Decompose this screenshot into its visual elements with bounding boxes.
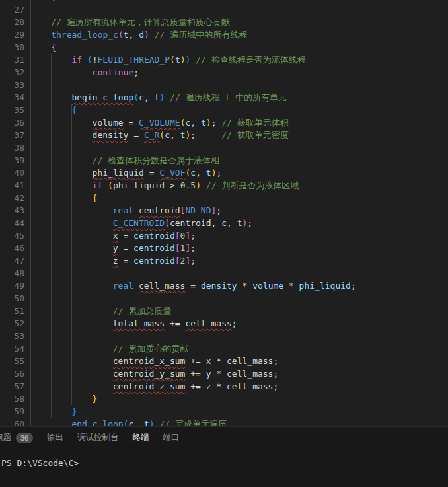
code-line: 42{ [0, 192, 448, 204]
code-token: ) [149, 419, 155, 426]
code-token: ; [133, 67, 139, 77]
code-token: // 遍历域中的所有线程 [155, 30, 247, 40]
code-token [201, 180, 206, 190]
code-token: cell_mass [227, 356, 273, 366]
line-number: 59 [0, 405, 30, 418]
code-token: centroid [133, 231, 175, 241]
code-token: if [93, 180, 103, 190]
code-token: y [206, 369, 211, 379]
code-token: ; [273, 381, 278, 391]
code-token: centroid [133, 243, 175, 253]
tab-debug-console[interactable]: 调试控制台 [77, 427, 119, 449]
code-lines: 26{2728// 遍历所有流体单元，计算总质量和质心贡献29thread_lo… [0, 0, 448, 426]
code-token: // 完成单元遍历 [159, 419, 226, 426]
code-line: 54// 累加质心的贡献 [0, 342, 448, 355]
tab-ports[interactable]: 端口 [163, 427, 180, 449]
code-token: // 检查线程是否为流体线程 [196, 55, 305, 65]
code-token: ( [165, 218, 170, 228]
tab-label: 问题 [0, 432, 11, 443]
code-token: * [211, 381, 227, 391]
line-number: 30 [0, 41, 30, 54]
code-line: 59} [0, 405, 448, 418]
line-number: 57 [0, 380, 30, 393]
code-line: 34begin_c_loop(c, t) // 遍历线程 t 中的所有单元 [0, 91, 448, 104]
line-number: 41 [0, 179, 30, 192]
line-number: 36 [0, 116, 30, 129]
code-line: 38 [0, 141, 448, 154]
code-token: C_VOLUME [139, 118, 180, 128]
line-number: 49 [0, 280, 30, 292]
code-line: 46y = centroid[1]; [0, 242, 448, 254]
code-editor[interactable]: 26{2728// 遍历所有流体单元，计算总质量和质心贡献29thread_lo… [0, 0, 448, 426]
tab-label: 输出 [47, 432, 63, 443]
code-token: [ [175, 243, 180, 253]
line-number: 38 [0, 141, 30, 154]
code-token: , [190, 118, 201, 128]
line-number: 29 [0, 28, 30, 41]
code-token: ; [232, 318, 237, 328]
code-token: phi_liquid [93, 168, 144, 178]
code-token: centroid [170, 218, 211, 228]
code-token: , [227, 218, 237, 228]
code-token: ND_ND [185, 206, 211, 215]
code-line: 53 [0, 330, 448, 342]
code-token: } [93, 394, 98, 404]
code-token: z [113, 256, 118, 266]
code-token: ; [273, 369, 278, 379]
code-line: 36volume = C_VOLUME(c, t); // 获取单元体积 [0, 116, 448, 129]
line-number: 56 [0, 367, 30, 380]
code-token: C_R [144, 130, 159, 140]
code-token: ( [170, 55, 175, 65]
tab-label: 终端 [133, 432, 149, 443]
line-number: 39 [0, 154, 30, 167]
tab-output[interactable]: 输出 [47, 427, 63, 449]
line-number: 32 [0, 66, 30, 79]
line-number: 37 [0, 129, 30, 141]
code-line: 27 [0, 3, 448, 16]
line-number: 48 [0, 267, 30, 280]
code-token [102, 180, 108, 190]
code-token: ( [133, 93, 139, 102]
code-token: += [165, 318, 185, 328]
code-token: ) [144, 30, 149, 40]
code-token [165, 93, 170, 102]
line-number: 54 [0, 342, 30, 355]
code-token: // 获取单元密度 [221, 130, 288, 140]
line-number: 28 [0, 16, 30, 28]
code-token: centroid_z_sum [113, 381, 186, 391]
terminal-prompt[interactable]: PS D:\VScode\C> [0, 457, 448, 469]
code-token: += [185, 369, 205, 379]
code-token: ; [190, 256, 196, 266]
line-number: 44 [0, 217, 30, 229]
code-token: , [133, 419, 144, 426]
line-number: 33 [0, 79, 30, 91]
code-token: density [93, 130, 129, 140]
code-line: 50 [0, 292, 448, 305]
code-token: ; [190, 130, 221, 140]
tab-problems[interactable]: 问题36 [0, 427, 33, 449]
code-token: t [124, 30, 129, 40]
code-token: ! [93, 55, 98, 65]
code-line: 31if (!FLUID_THREAD_P(t)) // 检查线程是否为流体线程 [0, 54, 448, 66]
code-token: * [283, 281, 299, 291]
code-line: 45x = centroid[0]; [0, 229, 448, 242]
code-line: 48 [0, 267, 448, 280]
code-token: c [221, 218, 227, 228]
code-token: cell_mass [227, 381, 273, 391]
code-token: ( [124, 419, 129, 426]
code-token: { [93, 193, 98, 203]
code-token: ( [87, 55, 93, 65]
code-token: // 遍历所有流体单元，计算总质量和质心贡献 [51, 17, 229, 27]
code-token: t [201, 118, 206, 128]
code-token: ; [216, 206, 221, 215]
code-token: = [118, 243, 133, 253]
code-line: 32continue; [0, 66, 448, 79]
code-token: t [180, 130, 186, 140]
tab-terminal[interactable]: 终端 [133, 427, 149, 449]
line-number: 47 [0, 254, 30, 267]
code-token: } [71, 406, 77, 416]
code-token [149, 30, 155, 40]
code-line: 47z = centroid[2]; [0, 254, 448, 267]
code-token: centroid_y_sum [113, 369, 186, 379]
code-token: ( [108, 180, 113, 190]
